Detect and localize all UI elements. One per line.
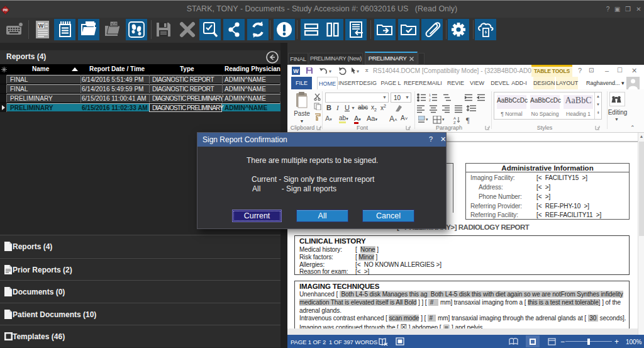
svg-text:2: 2 <box>429 98 431 102</box>
svg-text:A: A <box>453 116 456 120</box>
svg-text:PR: PR <box>3 8 8 12</box>
svg-text:¶: ¶ <box>466 116 470 125</box>
svg-text:▾: ▾ <box>442 117 445 121</box>
svg-text:W: W <box>293 68 299 74</box>
svg-text:▾: ▾ <box>426 117 428 121</box>
svg-text:W: W <box>38 23 44 29</box>
svg-text:1: 1 <box>429 93 431 97</box>
